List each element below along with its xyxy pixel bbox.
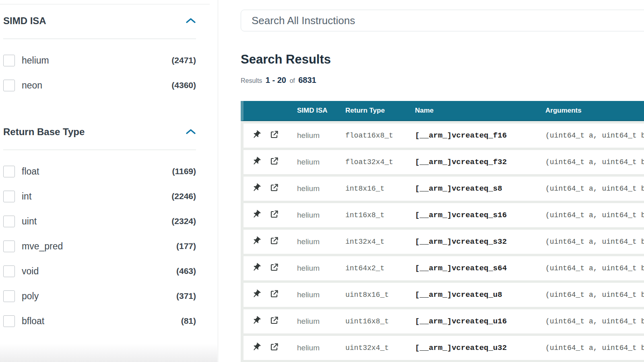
facet-section-header: Return Base Type [3,126,196,138]
row-actions [244,317,297,326]
facet-section-title: Return Base Type [3,126,85,138]
sidebar-bottom-fade [0,343,217,362]
facet-checkbox[interactable] [3,315,15,327]
facet-section: Return Base Type float (1169) int (2246)… [3,126,196,333]
table-row[interactable]: helium int16x8_t [__arm_]vcreateq_s16 (u… [244,203,644,227]
table-row[interactable]: helium int64x2_t [__arm_]vcreateq_s64 (u… [244,256,644,280]
row-actions [244,157,297,167]
pin-button[interactable] [252,317,261,326]
row-actions [244,237,297,247]
facet-item[interactable]: float (1169) [3,159,196,184]
facet-checkbox[interactable] [3,290,15,302]
cell-name: [__arm_]vcreateq_s32 [415,237,545,246]
results-range: 1 - 20 [266,76,286,84]
collapse-section-button[interactable] [186,128,196,136]
facet-item-label: void [22,266,39,277]
cell-arguments: (uint64_t a, uint64_t b) [545,344,644,352]
cell-arguments: (uint64_t a, uint64_t b) [545,238,644,246]
table-row[interactable]: helium int32x4_t [__arm_]vcreateq_s32 (u… [244,230,644,254]
facet-list: helium (2471) neon (4360) [3,48,196,98]
results-count: Results 1 - 20 of 6831 [241,75,644,86]
pin-button[interactable] [252,184,261,193]
external-link-icon [269,316,279,327]
table-row[interactable]: helium float16x8_t [__arm_]vcreateq_f16 … [244,123,644,148]
external-link-icon [269,342,279,353]
facet-item[interactable]: uint (2324) [3,209,196,234]
facet-section-divider [3,150,196,150]
open-external-button[interactable] [269,317,279,326]
open-external-button[interactable] [269,263,279,273]
facet-item[interactable]: helium (2471) [3,48,196,73]
open-external-button[interactable] [269,184,279,193]
collapse-section-button[interactable] [186,17,196,25]
pin-button[interactable] [252,343,261,353]
open-external-button[interactable] [269,237,279,247]
facet-checkbox[interactable] [3,166,15,177]
facet-item[interactable]: void (463) [3,259,196,284]
facet-item[interactable]: bfloat (81) [3,309,196,333]
open-external-button[interactable] [269,343,279,353]
cell-name: [__arm_]vcreateq_f16 [415,131,545,140]
table-row[interactable]: helium uint32x4_t [__arm_]vcreateq_u32 (… [244,336,644,360]
cell-simd-isa: helium [297,211,345,220]
cell-arguments: (uint64_t a, uint64_t b) [545,158,644,166]
pin-button[interactable] [252,157,261,167]
facet-item[interactable]: int (2246) [3,184,196,209]
results-pane: Search Results Results 1 - 20 of 6831 SI… [218,0,644,362]
cell-arguments: (uint64_t a, uint64_t b) [545,317,644,325]
facet-item-label: int [22,191,31,202]
facet-checkbox[interactable] [3,80,15,91]
external-link-icon [269,263,279,274]
row-actions [244,131,297,140]
pushpin-icon [252,316,261,327]
chevron-up-icon [186,128,196,136]
facet-section-divider [3,39,196,39]
results-of-label: of [289,77,295,84]
facet-item-label: helium [22,55,49,66]
cell-simd-isa: helium [297,343,345,352]
page-title: Search Results [241,52,644,67]
pushpin-icon [252,130,261,141]
facet-checkbox[interactable] [3,241,15,252]
cell-name: [__arm_]vcreateq_f32 [415,158,545,167]
facet-item[interactable]: poly (371) [3,284,196,309]
open-external-button[interactable] [269,131,279,140]
facet-list: float (1169) int (2246) uint (2324) mve_… [3,159,196,333]
external-link-icon [269,130,279,141]
facet-checkbox[interactable] [3,191,15,202]
search-input[interactable] [251,14,644,27]
pin-button[interactable] [252,210,261,220]
facet-item[interactable]: neon (4360) [3,73,196,98]
pushpin-icon [252,342,261,353]
table-row[interactable]: helium int8x16_t [__arm_]vcreateq_s8 (ui… [244,177,644,201]
open-external-button[interactable] [269,157,279,167]
open-external-button[interactable] [269,210,279,220]
facet-checkbox[interactable] [3,216,15,227]
facet-checkbox[interactable] [3,265,15,277]
table-row[interactable]: helium uint16x8_t [__arm_]vcreateq_u16 (… [244,309,644,333]
cell-arguments: (uint64_t a, uint64_t b) [545,185,644,193]
pin-button[interactable] [252,263,261,273]
cell-name: [__arm_]vcreateq_u16 [415,317,545,326]
pushpin-icon [252,156,261,167]
cell-name: [__arm_]vcreateq_s8 [415,184,545,193]
pushpin-icon [252,236,261,247]
facet-item-label: neon [22,80,42,91]
pin-button[interactable] [252,237,261,247]
table-row[interactable]: helium uint8x16_t [__arm_]vcreateq_u8 (u… [244,283,644,307]
facet-checkbox[interactable] [3,55,15,66]
cell-return-type: uint8x16_t [345,291,415,299]
pin-button[interactable] [252,131,261,140]
cell-name: [__arm_]vcreateq_s64 [415,264,545,273]
pin-button[interactable] [252,290,261,300]
pushpin-icon [252,210,261,220]
table-row[interactable]: helium float32x4_t [__arm_]vcreateq_f32 … [244,150,644,174]
open-external-button[interactable] [269,290,279,300]
search-box [241,10,644,31]
row-actions [244,343,297,353]
cell-return-type: uint16x8_t [345,317,415,325]
facet-item-label: bfloat [22,316,44,327]
facet-item[interactable]: mve_pred (177) [3,234,196,259]
cell-return-type: int64x2_t [345,264,415,272]
column-header-name: Name [415,107,545,115]
